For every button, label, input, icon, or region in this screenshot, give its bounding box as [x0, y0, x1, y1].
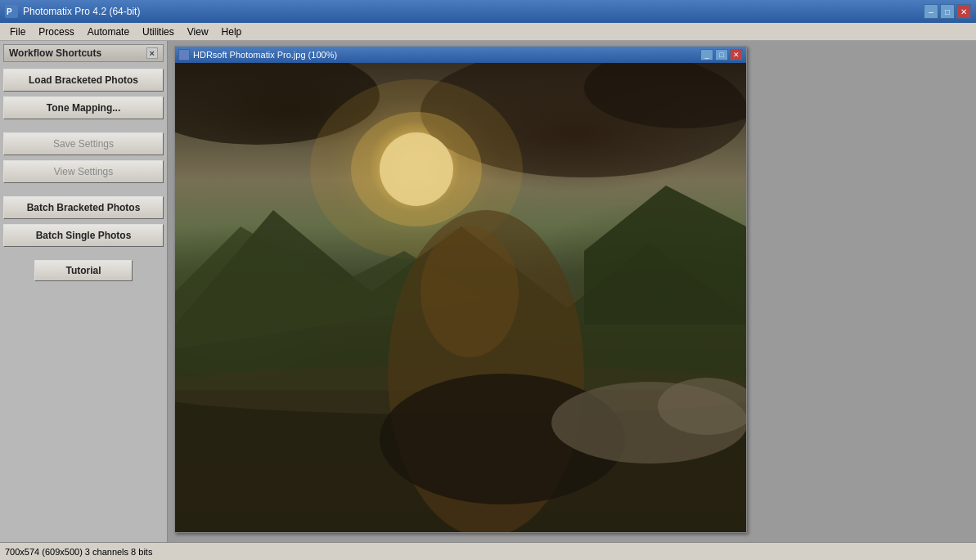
view-settings-button[interactable]: View Settings: [3, 160, 164, 183]
save-settings-button[interactable]: Save Settings: [3, 132, 164, 155]
tone-mapping-button[interactable]: Tone Mapping...: [3, 96, 164, 119]
title-bar-left: P Photomatix Pro 4.2 (64-bit): [5, 5, 140, 18]
load-bracketed-button[interactable]: Load Bracketed Photos: [3, 69, 164, 92]
menu-automate[interactable]: Automate: [81, 25, 136, 39]
menu-file[interactable]: File: [3, 25, 32, 39]
image-window-titlebar: HDRsoft Photomatix Pro.jpg (100%) _ □ ✕: [175, 47, 746, 63]
title-bar: P Photomatix Pro 4.2 (64-bit) – □ ✕: [0, 0, 976, 23]
status-bar: 700x574 (609x500) 3 channels 8 bits: [0, 542, 976, 560]
menu-view[interactable]: View: [181, 25, 215, 39]
sidebar-close-button[interactable]: ×: [146, 47, 158, 59]
status-text: 700x574 (609x500) 3 channels 8 bits: [5, 547, 152, 557]
tutorial-button[interactable]: Tutorial: [34, 260, 133, 281]
menu-bar: File Process Automate Utilities View Hel…: [0, 23, 976, 41]
image-window-title-left: HDRsoft Photomatix Pro.jpg (100%): [178, 49, 337, 60]
sidebar-header: Workflow Shortcuts ×: [3, 44, 164, 62]
image-svg-overlay: [175, 63, 746, 532]
image-canvas: [175, 63, 746, 532]
app-title: Photomatix Pro 4.2 (64-bit): [23, 6, 140, 17]
svg-marker-9: [584, 186, 746, 325]
main-container: Workflow Shortcuts × Load Bracketed Phot…: [0, 41, 976, 542]
sidebar: Workflow Shortcuts × Load Bracketed Phot…: [0, 41, 168, 542]
batch-bracketed-button[interactable]: Batch Bracketed Photos: [3, 196, 164, 219]
image-window-icon: [178, 49, 190, 60]
image-restore-button[interactable]: □: [715, 49, 728, 60]
restore-button[interactable]: □: [940, 4, 955, 19]
image-minimize-button[interactable]: _: [700, 49, 713, 60]
svg-point-14: [421, 226, 519, 357]
image-window-title: HDRsoft Photomatix Pro.jpg (100%): [193, 50, 337, 60]
sidebar-title: Workflow Shortcuts: [9, 47, 101, 59]
image-window-controls: _ □ ✕: [700, 49, 743, 60]
svg-text:P: P: [7, 7, 12, 16]
minimize-button[interactable]: –: [924, 4, 938, 19]
sidebar-divider-2: [3, 188, 164, 196]
sidebar-divider-1: [3, 124, 164, 132]
menu-help[interactable]: Help: [215, 25, 249, 39]
menu-process[interactable]: Process: [32, 25, 80, 39]
menu-utilities[interactable]: Utilities: [136, 25, 181, 39]
content-area: HDRsoft Photomatix Pro.jpg (100%) _ □ ✕: [168, 41, 976, 542]
batch-single-button[interactable]: Batch Single Photos: [3, 224, 164, 247]
image-window: HDRsoft Photomatix Pro.jpg (100%) _ □ ✕: [174, 46, 747, 533]
image-close-button[interactable]: ✕: [730, 49, 743, 60]
close-button[interactable]: ✕: [956, 4, 971, 19]
app-icon: P: [5, 5, 18, 18]
sidebar-divider-3: [3, 252, 164, 260]
title-bar-controls: – □ ✕: [924, 4, 971, 19]
hdr-image-bg: [175, 63, 746, 532]
